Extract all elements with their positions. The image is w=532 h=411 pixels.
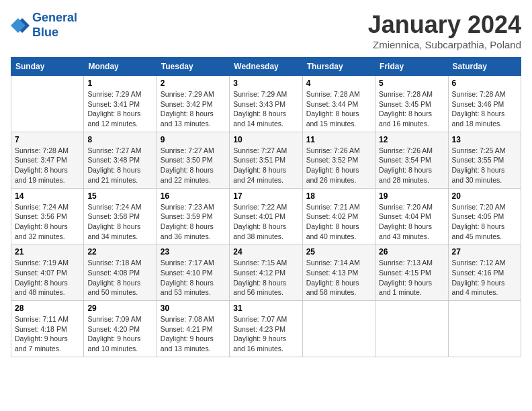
- day-number: 27: [452, 247, 517, 257]
- day-number: 24: [233, 247, 298, 257]
- header-row: SundayMondayTuesdayWednesdayThursdayFrid…: [11, 58, 521, 76]
- day-number: 13: [452, 135, 517, 144]
- day-number: 18: [306, 191, 371, 201]
- day-number: 26: [379, 247, 444, 257]
- day-number: 5: [379, 79, 444, 88]
- day-info: Sunrise: 7:28 AMSunset: 3:45 PMDaylight:…: [379, 89, 444, 129]
- day-cell: 22Sunrise: 7:18 AMSunset: 4:08 PMDayligh…: [84, 244, 157, 301]
- header-monday: Monday: [84, 58, 157, 76]
- day-cell: 27Sunrise: 7:12 AMSunset: 4:16 PMDayligh…: [448, 244, 521, 301]
- day-info: Sunrise: 7:21 AMSunset: 4:02 PMDaylight:…: [306, 202, 371, 242]
- logo-text: General Blue: [32, 11, 77, 40]
- day-cell: 31Sunrise: 7:07 AMSunset: 4:23 PMDayligh…: [230, 301, 302, 357]
- day-info: Sunrise: 7:18 AMSunset: 4:08 PMDaylight:…: [87, 258, 152, 298]
- header-saturday: Saturday: [448, 58, 521, 76]
- day-cell: 2Sunrise: 7:29 AMSunset: 3:42 PMDaylight…: [157, 76, 229, 132]
- day-info: Sunrise: 7:22 AMSunset: 4:01 PMDaylight:…: [233, 202, 298, 242]
- header-thursday: Thursday: [302, 58, 375, 76]
- day-number: 9: [161, 135, 226, 144]
- day-info: Sunrise: 7:09 AMSunset: 4:20 PMDaylight:…: [87, 314, 152, 354]
- day-number: 2: [161, 79, 226, 88]
- day-info: Sunrise: 7:23 AMSunset: 3:59 PMDaylight:…: [161, 202, 226, 242]
- header-wednesday: Wednesday: [230, 58, 302, 76]
- day-cell: 11Sunrise: 7:26 AMSunset: 3:52 PMDayligh…: [302, 132, 375, 188]
- month-title: January 2024: [368, 11, 521, 39]
- day-info: Sunrise: 7:24 AMSunset: 3:58 PMDaylight:…: [87, 202, 152, 242]
- day-info: Sunrise: 7:11 AMSunset: 4:18 PMDaylight:…: [15, 314, 80, 354]
- day-number: 25: [306, 247, 371, 257]
- day-cell: 3Sunrise: 7:29 AMSunset: 3:43 PMDaylight…: [230, 76, 302, 132]
- day-cell: 30Sunrise: 7:08 AMSunset: 4:21 PMDayligh…: [157, 301, 229, 357]
- week-row-2: 7Sunrise: 7:28 AMSunset: 3:47 PMDaylight…: [11, 132, 521, 188]
- day-info: Sunrise: 7:19 AMSunset: 4:07 PMDaylight:…: [15, 258, 80, 298]
- logo-line2: Blue: [32, 26, 58, 39]
- day-info: Sunrise: 7:07 AMSunset: 4:23 PMDaylight:…: [233, 314, 298, 354]
- day-info: Sunrise: 7:20 AMSunset: 4:05 PMDaylight:…: [452, 202, 517, 242]
- day-info: Sunrise: 7:26 AMSunset: 3:52 PMDaylight:…: [306, 146, 371, 185]
- day-number: 15: [87, 191, 152, 201]
- day-cell: 10Sunrise: 7:27 AMSunset: 3:51 PMDayligh…: [230, 132, 302, 188]
- calendar-table: SundayMondayTuesdayWednesdayThursdayFrid…: [11, 57, 521, 357]
- day-cell: [302, 301, 375, 357]
- day-info: Sunrise: 7:08 AMSunset: 4:21 PMDaylight:…: [161, 314, 226, 354]
- day-info: Sunrise: 7:14 AMSunset: 4:13 PMDaylight:…: [306, 258, 371, 298]
- day-cell: 23Sunrise: 7:17 AMSunset: 4:10 PMDayligh…: [157, 244, 229, 301]
- day-cell: 5Sunrise: 7:28 AMSunset: 3:45 PMDaylight…: [375, 76, 448, 132]
- day-number: 21: [15, 247, 80, 257]
- day-number: 4: [306, 79, 371, 88]
- week-row-3: 14Sunrise: 7:24 AMSunset: 3:56 PMDayligh…: [11, 188, 521, 244]
- day-number: 29: [87, 304, 152, 313]
- title-area: January 2024 Zmiennica, Subcarpathia, Po…: [368, 11, 521, 50]
- day-number: 30: [161, 304, 226, 313]
- day-number: 20: [452, 191, 517, 201]
- day-number: 14: [15, 191, 80, 201]
- week-row-1: 1Sunrise: 7:29 AMSunset: 3:41 PMDaylight…: [11, 76, 521, 132]
- day-cell: [375, 301, 448, 357]
- day-info: Sunrise: 7:20 AMSunset: 4:04 PMDaylight:…: [379, 202, 444, 242]
- day-info: Sunrise: 7:29 AMSunset: 3:43 PMDaylight:…: [233, 89, 298, 129]
- day-info: Sunrise: 7:25 AMSunset: 3:55 PMDaylight:…: [452, 146, 517, 185]
- day-info: Sunrise: 7:27 AMSunset: 3:51 PMDaylight:…: [233, 146, 298, 185]
- day-number: 31: [233, 304, 298, 313]
- header-tuesday: Tuesday: [157, 58, 229, 76]
- day-cell: 21Sunrise: 7:19 AMSunset: 4:07 PMDayligh…: [11, 244, 84, 301]
- day-cell: 13Sunrise: 7:25 AMSunset: 3:55 PMDayligh…: [448, 132, 521, 188]
- day-cell: 7Sunrise: 7:28 AMSunset: 3:47 PMDaylight…: [11, 132, 84, 188]
- day-cell: 17Sunrise: 7:22 AMSunset: 4:01 PMDayligh…: [230, 188, 302, 244]
- day-cell: 9Sunrise: 7:27 AMSunset: 3:50 PMDaylight…: [157, 132, 229, 188]
- day-number: 3: [233, 79, 298, 88]
- header-friday: Friday: [375, 58, 448, 76]
- day-number: 10: [233, 135, 298, 144]
- day-cell: 25Sunrise: 7:14 AMSunset: 4:13 PMDayligh…: [302, 244, 375, 301]
- day-info: Sunrise: 7:15 AMSunset: 4:12 PMDaylight:…: [233, 258, 298, 298]
- day-number: 1: [87, 79, 152, 88]
- day-number: 6: [452, 79, 517, 88]
- day-info: Sunrise: 7:28 AMSunset: 3:44 PMDaylight:…: [306, 89, 371, 129]
- week-row-5: 28Sunrise: 7:11 AMSunset: 4:18 PMDayligh…: [11, 301, 521, 357]
- day-number: 28: [15, 304, 80, 313]
- day-number: 19: [379, 191, 444, 201]
- day-cell: 6Sunrise: 7:28 AMSunset: 3:46 PMDaylight…: [448, 76, 521, 132]
- location-title: Zmiennica, Subcarpathia, Poland: [368, 39, 521, 50]
- day-number: 8: [87, 135, 152, 144]
- day-cell: 20Sunrise: 7:20 AMSunset: 4:05 PMDayligh…: [448, 188, 521, 244]
- day-cell: 16Sunrise: 7:23 AMSunset: 3:59 PMDayligh…: [157, 188, 229, 244]
- day-info: Sunrise: 7:29 AMSunset: 3:42 PMDaylight:…: [161, 89, 226, 129]
- day-cell: 1Sunrise: 7:29 AMSunset: 3:41 PMDaylight…: [84, 76, 157, 132]
- day-info: Sunrise: 7:17 AMSunset: 4:10 PMDaylight:…: [161, 258, 226, 298]
- day-number: 22: [87, 247, 152, 257]
- logo-icon: [11, 16, 30, 35]
- day-cell: 28Sunrise: 7:11 AMSunset: 4:18 PMDayligh…: [11, 301, 84, 357]
- day-cell: 15Sunrise: 7:24 AMSunset: 3:58 PMDayligh…: [84, 188, 157, 244]
- day-info: Sunrise: 7:12 AMSunset: 4:16 PMDaylight:…: [452, 258, 517, 298]
- day-cell: 24Sunrise: 7:15 AMSunset: 4:12 PMDayligh…: [230, 244, 302, 301]
- day-cell: 12Sunrise: 7:26 AMSunset: 3:54 PMDayligh…: [375, 132, 448, 188]
- day-cell: 19Sunrise: 7:20 AMSunset: 4:04 PMDayligh…: [375, 188, 448, 244]
- week-row-4: 21Sunrise: 7:19 AMSunset: 4:07 PMDayligh…: [11, 244, 521, 301]
- day-info: Sunrise: 7:28 AMSunset: 3:46 PMDaylight:…: [452, 89, 517, 129]
- header-sunday: Sunday: [11, 58, 84, 76]
- page-header: General Blue January 2024 Zmiennica, Sub…: [11, 11, 521, 50]
- logo: General Blue: [11, 11, 77, 40]
- day-number: 7: [15, 135, 80, 144]
- day-cell: 26Sunrise: 7:13 AMSunset: 4:15 PMDayligh…: [375, 244, 448, 301]
